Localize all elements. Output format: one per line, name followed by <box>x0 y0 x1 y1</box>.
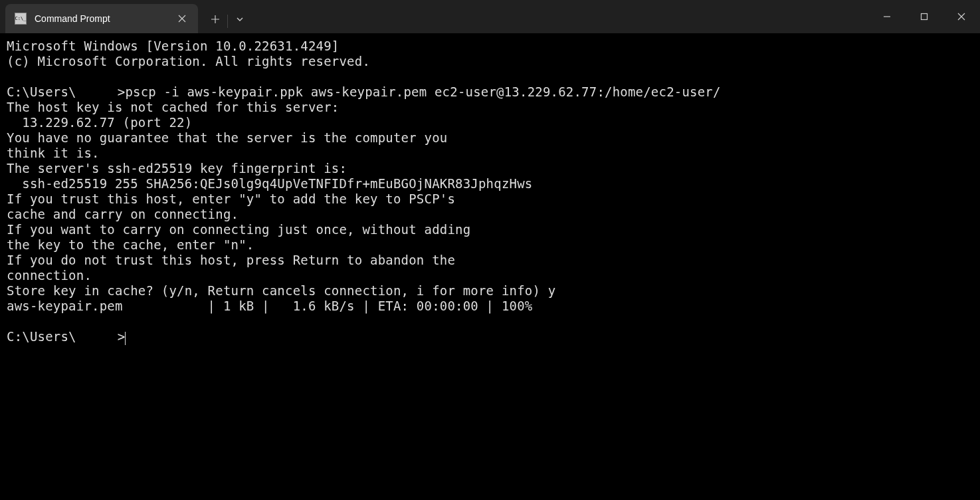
maximize-icon <box>920 13 928 21</box>
maximize-button[interactable] <box>906 0 943 33</box>
close-icon <box>957 13 965 21</box>
command-text: >pscp -i aws-keypair.ppk aws-keypair.pem… <box>118 84 721 99</box>
window-controls <box>868 0 980 33</box>
close-icon <box>178 15 186 23</box>
minimize-button[interactable] <box>868 0 906 33</box>
plus-icon <box>211 15 219 23</box>
svg-rect-0 <box>922 14 928 20</box>
output-line: Microsoft Windows [Version 10.0.22631.42… <box>7 39 339 53</box>
output-line: If you do not trust this host, press Ret… <box>7 253 455 267</box>
active-tab[interactable]: Command Prompt <box>5 4 198 33</box>
output-line: ssh-ed25519 255 SHA256:QEJs0lg9q4UpVeTNF… <box>7 176 532 191</box>
prompt-path: C:\Users\ <box>7 84 76 99</box>
cursor <box>125 332 126 345</box>
minimize-icon <box>883 13 891 21</box>
output-line: cache and carry on connecting. <box>7 207 239 221</box>
output-line: the key to the cache, enter "n". <box>7 237 254 252</box>
output-line: The host key is not cached for this serv… <box>7 100 339 114</box>
tab-title: Command Prompt <box>35 13 165 24</box>
output-line: connection. <box>7 268 92 283</box>
output-line: (c) Microsoft Corporation. All rights re… <box>7 54 370 68</box>
prompt-suffix: > <box>118 329 126 344</box>
prompt-path: C:\Users\ <box>7 329 76 344</box>
output-line: You have no guarantee that the server is… <box>7 130 447 145</box>
title-bar: Command Prompt <box>0 0 980 33</box>
tab-actions <box>203 0 252 33</box>
output-line: If you want to carry on connecting just … <box>7 222 470 237</box>
output-line: aws-keypair.pem | 1 kB | 1.6 kB/s | ETA:… <box>7 299 532 313</box>
output-line: Store key in cache? (y/n, Return cancels… <box>7 283 555 298</box>
tab-close-button[interactable] <box>173 9 191 28</box>
tab-dropdown-button[interactable] <box>228 9 252 30</box>
output-line: 13.229.62.77 (port 22) <box>7 115 192 130</box>
output-line: think it is. <box>7 146 100 160</box>
output-line: If you trust this host, enter "y" to add… <box>7 191 455 206</box>
window-close-button[interactable] <box>943 0 980 33</box>
chevron-down-icon <box>236 15 244 23</box>
cmd-icon <box>15 13 27 25</box>
redacted-username <box>76 87 118 99</box>
redacted-username <box>76 332 118 344</box>
terminal-output[interactable]: Microsoft Windows [Version 10.0.22631.42… <box>0 33 980 350</box>
new-tab-button[interactable] <box>203 9 227 30</box>
title-bar-drag-area[interactable] <box>252 0 868 33</box>
output-line: The server's ssh-ed25519 key fingerprint… <box>7 161 347 176</box>
